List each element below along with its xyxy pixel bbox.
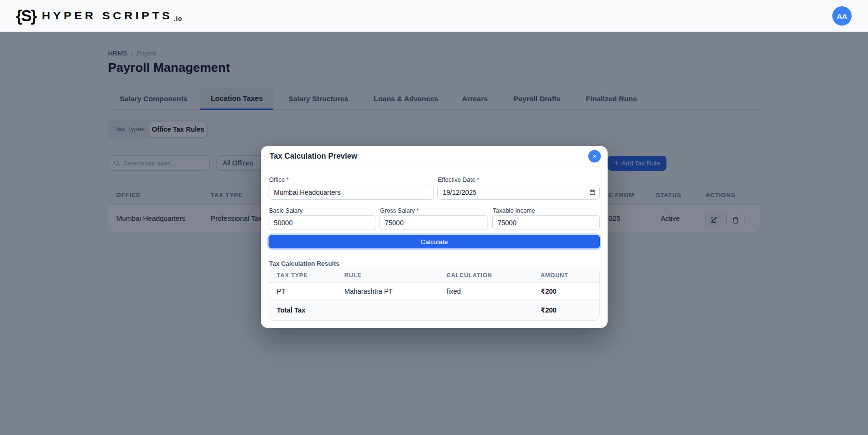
office-field[interactable] <box>269 185 434 200</box>
gross-salary-label: Gross Salary * <box>380 207 419 214</box>
res-cell-calculation: fixed <box>447 287 541 295</box>
gross-salary-field[interactable] <box>380 215 488 230</box>
res-cell-tax-type: PT <box>277 287 344 295</box>
close-button[interactable]: ✕ <box>588 150 601 163</box>
tax-calculation-preview-modal: Tax Calculation Preview ✕ Office * Effec… <box>261 146 608 328</box>
results-table: TAX TYPE RULE CALCULATION AMOUNT PT Maha… <box>269 268 600 321</box>
total-amount: ₹200 <box>541 306 599 314</box>
office-label: Office * <box>269 177 289 183</box>
total-label: Total Tax <box>277 306 344 314</box>
logo-monogram-icon: {S} <box>16 7 36 25</box>
calculate-button[interactable]: Calculate <box>269 235 600 248</box>
avatar[interactable]: AA <box>832 6 852 26</box>
taxable-income-field[interactable] <box>492 215 600 230</box>
modal-title: Tax Calculation Preview <box>270 146 357 166</box>
logo-tld: .io <box>174 15 182 22</box>
close-icon: ✕ <box>592 153 597 160</box>
res-col-tax-type: TAX TYPE <box>277 272 344 279</box>
res-col-calculation: CALCULATION <box>447 272 541 279</box>
effective-date-wrap <box>437 185 600 200</box>
results-header-row: TAX TYPE RULE CALCULATION AMOUNT <box>269 268 599 283</box>
basic-salary-field[interactable] <box>269 215 376 230</box>
modal-header: Tax Calculation Preview ✕ <box>261 146 608 166</box>
res-col-amount: AMOUNT <box>541 272 599 279</box>
taxable-income-label: Taxable Income <box>493 207 535 214</box>
top-header: {S} HYPER SCRIPTS .io AA <box>0 0 868 32</box>
logo-name: HYPER SCRIPTS <box>42 10 173 22</box>
basic-salary-label: Basic Salary <box>269 207 302 214</box>
res-cell-rule: Maharashtra PT <box>344 287 447 295</box>
brand-logo: {S} HYPER SCRIPTS .io <box>16 7 182 25</box>
results-heading: Tax Calculation Results <box>269 260 339 267</box>
res-col-rule: RULE <box>344 272 447 279</box>
effective-date-label: Effective Date * <box>438 177 479 183</box>
effective-date-field[interactable] <box>437 185 600 200</box>
results-row: PT Maharashtra PT fixed ₹200 <box>269 283 599 300</box>
results-total-row: Total Tax ₹200 <box>269 300 599 320</box>
payroll-app: {S} HYPER SCRIPTS .io AA HRMS/Payroll Pa… <box>0 0 868 435</box>
res-cell-amount: ₹200 <box>541 287 599 295</box>
